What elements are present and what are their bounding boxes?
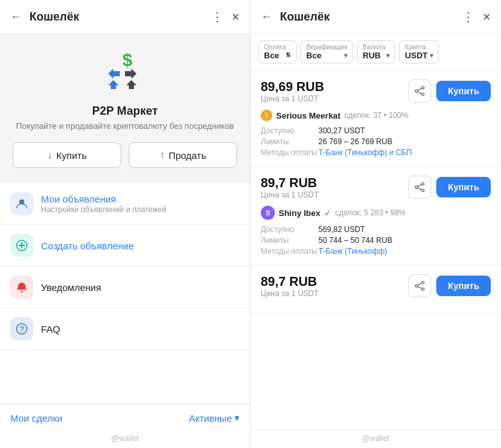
offer-1-limits-key: Лимиты (261, 137, 318, 146)
offer-1-payment-key: Методы оплаты (261, 148, 318, 157)
menu-item-faq[interactable]: ? FAQ (0, 308, 250, 350)
offer-2-buy-button[interactable]: Купить (436, 177, 491, 197)
svg-point-13 (415, 90, 418, 92)
offer-1-price-row: 89,69 RUB Цена за 1 USDT Купить (261, 79, 491, 108)
menu-item-create-ad[interactable]: Создать объявление (0, 225, 250, 267)
offer-2-share-button[interactable] (408, 176, 431, 199)
svg-line-16 (418, 92, 422, 94)
offer-3-share-button[interactable] (408, 274, 431, 297)
svg-point-12 (422, 87, 424, 89)
svg-point-18 (415, 186, 418, 188)
offer-1-share-button[interactable] (408, 79, 431, 103)
offer-2-avail-key: Доступно (261, 225, 318, 234)
offer-1-price: 89,69 RUB (261, 79, 324, 94)
filter-bar: Оплата Все ⇅ Верификация Все ▾ Валюта RU… (250, 34, 501, 71)
svg-line-15 (418, 88, 422, 90)
offer-2-limits-key: Лимиты (261, 236, 318, 245)
my-ads-text: Мои объявления Настройки объявлений и пл… (41, 194, 167, 214)
offer-2-price-row: 89,7 RUB Цена за 1 USDT Купить (261, 176, 491, 204)
right-panel: ← Кошелёк ⋮ ✕ Оплата Все ⇅ Верификация В… (250, 0, 501, 448)
left-footer: Мои сделки Активные ▾ (0, 404, 250, 431)
svg-point-14 (422, 93, 424, 95)
menu-list: Мои объявления Настройки объявлений и пл… (0, 183, 250, 404)
offer-3-buy-button[interactable]: Купить (436, 276, 491, 296)
filter-verification-value: Все ▾ (306, 51, 347, 60)
offer-2-seller-name[interactable]: Shiny Ibex (279, 208, 320, 218)
filter-currency-value: RUB ▾ (363, 51, 390, 60)
left-back-button[interactable]: ← (10, 10, 22, 24)
warning-icon: ! (261, 110, 272, 121)
offer-3-unit: Цена за 1 USDT (261, 289, 318, 298)
filter-crypto[interactable]: Крипта USDT ▾ (399, 40, 439, 63)
offer-1-details: Доступно 300,27 USDT Лимиты 26 769 – 26 … (261, 126, 491, 157)
filter-crypto-value: USDT ▾ (405, 51, 433, 60)
left-dots-button[interactable]: ⋮ (211, 9, 224, 24)
active-deals-link[interactable]: Активные ▾ (189, 412, 240, 424)
left-header: ← Кошелёк ⋮ ✕ (0, 0, 250, 34)
crypto-arrow-icon: ▾ (430, 52, 433, 59)
currency-arrow-icon: ▾ (386, 52, 390, 59)
right-header: ← Кошелёк ⋮ ✕ (250, 0, 501, 34)
offer-2-seller-stats: сделок: 5 283 • 98% (335, 208, 406, 217)
svg-point-23 (415, 285, 418, 287)
svg-marker-3 (125, 69, 136, 79)
offer-card-3: 89,7 RUB Цена за 1 USDT Купить (250, 265, 501, 314)
right-back-button[interactable]: ← (261, 10, 272, 24)
notifications-text: Уведомления (41, 282, 101, 293)
right-watermark: @wallet (250, 429, 501, 448)
offer-2-seller-avatar: S (261, 206, 275, 220)
offer-3-price-row: 89,7 RUB Цена за 1 USDT Купить (261, 274, 491, 303)
faq-text: FAQ (41, 324, 60, 335)
svg-point-9 (21, 291, 23, 293)
hero-section: $ P2P Маркет Покупайте и продавайте крип… (0, 34, 250, 183)
create-ad-icon (10, 234, 33, 257)
menu-item-notifications[interactable]: Уведомления (0, 267, 250, 308)
right-dots-button[interactable]: ⋮ (462, 9, 475, 24)
menu-item-my-ads[interactable]: Мои объявления Настройки объявлений и пл… (0, 183, 250, 225)
hero-buy-button[interactable]: ↓ Купить (13, 142, 121, 168)
offer-card-2: 89,7 RUB Цена за 1 USDT Купить (250, 167, 501, 265)
buy-label: Купить (56, 150, 86, 161)
my-deals-link[interactable]: Мои сделки (10, 413, 62, 424)
svg-point-24 (422, 288, 424, 290)
filter-payment-label: Оплата (264, 44, 291, 51)
filter-verification[interactable]: Верификация Все ▾ (300, 40, 353, 63)
svg-point-19 (422, 189, 424, 192)
offer-2-details: Доступно 569,82 USDT Лимиты 50 744 – 50 … (261, 225, 491, 256)
create-ad-text: Создать объявление (41, 240, 134, 251)
faq-icon: ? (10, 317, 33, 340)
filter-currency[interactable]: Валюта RUB ▾ (357, 40, 395, 63)
hero-sell-button[interactable]: ↑ Продать (129, 142, 237, 168)
svg-line-26 (418, 286, 422, 288)
offer-1-buy-button[interactable]: Купить (436, 81, 491, 101)
offer-2-unit: Цена за 1 USDT (261, 190, 318, 199)
offer-1-payment-val: Т-Банк (Тинькофф) и СБП (318, 148, 491, 157)
create-ad-label: Создать объявление (41, 240, 134, 251)
offer-2-price-block: 89,7 RUB Цена за 1 USDT (261, 176, 318, 204)
offer-3-price: 89,7 RUB (261, 274, 318, 289)
svg-text:?: ? (20, 325, 24, 333)
offer-1-unit: Цена за 1 USDT (261, 94, 324, 103)
right-close-button[interactable]: ✕ (482, 11, 491, 23)
offer-2-avail-val: 569,82 USDT (318, 225, 491, 234)
filter-crypto-label: Крипта (405, 44, 433, 51)
filter-verification-label: Верификация (306, 44, 347, 51)
offer-1-price-block: 89,69 RUB Цена за 1 USDT (261, 79, 324, 108)
offer-1-seller-row: ! Serious Meerkat сделок: 37 • 100% (261, 110, 491, 121)
my-ads-icon (10, 192, 33, 215)
svg-point-22 (422, 281, 424, 284)
svg-line-25 (418, 283, 422, 285)
left-close-button[interactable]: ✕ (231, 11, 240, 23)
sell-label: Продать (168, 150, 206, 161)
offer-1-seller-name[interactable]: Serious Meerkat (276, 111, 340, 120)
svg-text:$: $ (122, 50, 133, 70)
offer-2-payment-key: Методы оплаты (261, 247, 318, 256)
offer-1-actions: Купить (408, 79, 491, 103)
offer-card-1: 89,69 RUB Цена за 1 USDT Купить (250, 71, 501, 167)
hero-title: P2P Маркет (92, 104, 158, 118)
offer-3-price-block: 89,7 RUB Цена за 1 USDT (261, 274, 318, 303)
filter-payment[interactable]: Оплата Все ⇅ (258, 40, 297, 63)
svg-marker-2 (108, 80, 119, 89)
offer-2-limits-val: 50 744 – 50 744 RUB (318, 236, 491, 245)
offer-2-actions: Купить (408, 176, 491, 199)
